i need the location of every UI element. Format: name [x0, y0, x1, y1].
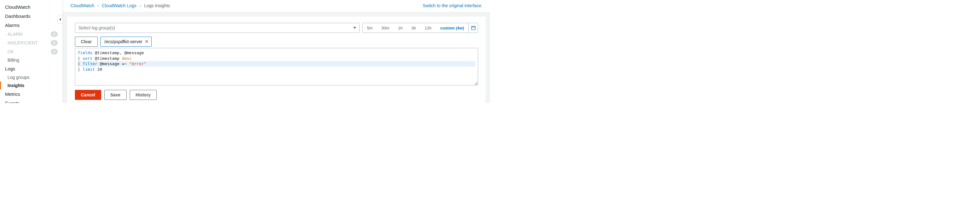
chip-label: /ecs/pspdfkit-server — [104, 39, 142, 44]
sidebar-item-logs[interactable]: Logs — [0, 64, 63, 73]
sidebar-item-insufficient[interactable]: INSUFFICIENT 0 — [0, 38, 63, 47]
save-button[interactable]: Save — [104, 90, 127, 100]
sidebar-item-alarms[interactable]: Alarms — [0, 21, 63, 30]
time-30m[interactable]: 30m — [377, 23, 393, 33]
svg-line-6 — [477, 84, 477, 84]
time-3h[interactable]: 3h — [407, 23, 420, 33]
svg-line-5 — [475, 82, 477, 84]
count-badge: 0 — [51, 40, 58, 46]
action-row: Cancel Save History — [75, 90, 478, 100]
sidebar: CloudWatch Dashboards Alarms ALARM 0 INS… — [0, 0, 63, 103]
resize-grip-icon — [473, 81, 477, 84]
count-badge: 0 — [51, 31, 58, 37]
svg-rect-0 — [471, 26, 475, 30]
sidebar-item-events[interactable]: Events — [0, 98, 63, 103]
breadcrumb-current: Logs Insights — [144, 3, 170, 8]
clear-button[interactable]: Clear — [75, 36, 98, 47]
log-group-select[interactable]: Select log group(s) — [75, 23, 360, 33]
breadcrumb-cloudwatch[interactable]: CloudWatch — [70, 3, 94, 8]
time-range-picker: 5m 30m 1h 3h 12h custom (4w) — [362, 23, 478, 33]
time-5m[interactable]: 5m — [363, 23, 377, 33]
count-badge: 0 — [51, 49, 58, 54]
sidebar-item-cloudwatch[interactable]: CloudWatch — [0, 3, 63, 11]
breadcrumb-cloudwatch-logs[interactable]: CloudWatch Logs — [102, 3, 136, 8]
switch-interface-link[interactable]: Switch to the original interface. — [423, 3, 482, 8]
breadcrumb: CloudWatch › CloudWatch Logs › Logs Insi… — [70, 3, 170, 8]
time-1h[interactable]: 1h — [394, 23, 407, 33]
collapse-sidebar-button[interactable] — [57, 15, 63, 24]
calendar-icon — [471, 26, 476, 30]
time-custom[interactable]: custom (4w) — [436, 23, 468, 33]
insights-panel: Select log group(s) 5m 30m 1h 3h 12h cus… — [67, 17, 485, 103]
sidebar-item-dashboards[interactable]: Dashboards — [0, 11, 63, 21]
calendar-button[interactable] — [468, 23, 478, 33]
sidebar-item-ok[interactable]: OK 0 — [0, 47, 63, 56]
sidebar-item-alarm[interactable]: ALARM 0 — [0, 30, 63, 38]
svg-line-4 — [474, 81, 477, 84]
topbar: CloudWatch › CloudWatch Logs › Logs Insi… — [63, 0, 490, 12]
chevron-down-icon — [353, 27, 356, 29]
query-editor[interactable]: fields @timestamp, @message | sort @time… — [75, 48, 478, 86]
history-button[interactable]: History — [130, 90, 157, 100]
chip-remove-button[interactable]: ✕ — [145, 39, 149, 44]
log-group-chip: /ecs/pspdfkit-server ✕ — [100, 36, 152, 47]
sidebar-item-insights[interactable]: Insights — [0, 81, 63, 90]
sidebar-item-log-groups[interactable]: Log groups — [0, 73, 63, 81]
chevron-right-icon: › — [139, 3, 141, 8]
log-group-placeholder: Select log group(s) — [78, 25, 115, 30]
chevron-right-icon: › — [97, 3, 99, 8]
chevron-left-icon — [59, 18, 61, 21]
cancel-button[interactable]: Cancel — [75, 90, 101, 100]
time-12h[interactable]: 12h — [420, 23, 436, 33]
main: CloudWatch › CloudWatch Logs › Logs Insi… — [63, 0, 490, 103]
sidebar-item-billing[interactable]: Billing — [0, 56, 63, 64]
sidebar-item-metrics[interactable]: Metrics — [0, 90, 63, 98]
